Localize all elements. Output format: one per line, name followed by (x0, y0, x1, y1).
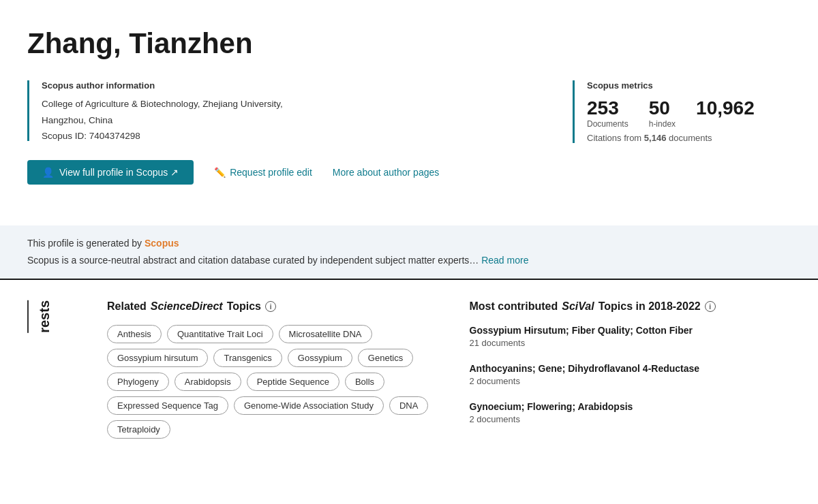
tags-container: AnthesisQuantitative Trait LociMicrosate… (107, 325, 429, 439)
documents-label: Documents (587, 119, 628, 129)
citations-note: Citations from 5,146 documents (587, 133, 791, 143)
person-icon: 👤 (42, 167, 54, 178)
topic-tag[interactable]: Peptide Sequence (247, 373, 339, 391)
actions-row: 👤 View full profile in Scopus ↗ ✏️ Reque… (27, 160, 791, 205)
topic-tag[interactable]: Microsatellite DNA (279, 325, 372, 343)
most-contributed-info-icon[interactable]: i (705, 301, 716, 312)
topic-tag[interactable]: DNA (389, 396, 428, 415)
request-edit-button[interactable]: ✏️ Request profile edit (214, 167, 312, 178)
scopus-author-info-block: Scopus author information College of Agr… (27, 80, 532, 141)
topic-tag[interactable]: Arabidopsis (175, 373, 241, 391)
scival-doc-count: 2 documents (470, 414, 791, 424)
view-scopus-button[interactable]: 👤 View full profile in Scopus ↗ (27, 160, 194, 185)
nav-label: rests (27, 300, 52, 333)
scival-doc-count: 21 documents (470, 338, 791, 348)
topic-tag[interactable]: Gossypium (288, 349, 352, 367)
scopus-metrics-block: Scopus metrics 253 Documents 50 h-index … (573, 80, 791, 143)
topic-tag[interactable]: Genome-Wide Association Study (234, 396, 384, 415)
related-topics-info-icon[interactable]: i (265, 301, 276, 312)
author-name: Zhang, Tianzhen (27, 27, 791, 60)
topic-tag[interactable]: Phylogeny (107, 373, 169, 391)
banner-generated-text: This profile is generated by Scopus (27, 236, 791, 251)
scopus-metrics-heading: Scopus metrics (587, 80, 791, 91)
scival-topic-title[interactable]: Gossypium Hirsutum; Fiber Quality; Cotto… (470, 325, 791, 336)
topic-tag[interactable]: Anthesis (107, 325, 162, 343)
edit-icon: ✏️ (214, 167, 226, 178)
topic-tag[interactable]: Transgenics (213, 349, 282, 367)
topic-tag[interactable]: Genetics (358, 349, 413, 367)
citations-value: 10,962 (696, 97, 755, 119)
scopus-author-info-heading: Scopus author information (42, 80, 532, 91)
left-nav-section: rests (27, 300, 66, 333)
scival-topic-item: Anthocyanins; Gene; Dihydroflavanol 4-Re… (470, 363, 791, 386)
topic-tag[interactable]: Bolls (345, 373, 384, 391)
author-affiliation-line2: Hangzhou, China (42, 114, 532, 127)
related-topics-heading: Related ScienceDirect Topics i (107, 300, 429, 313)
author-scopus-id: Scopus ID: 7404374298 (42, 131, 532, 141)
topic-tag[interactable]: Expressed Sequence Tag (107, 396, 228, 415)
banner-description: Scopus is a source-neutral abstract and … (27, 253, 791, 268)
author-affiliation-line1: College of Agriculture & Biotechnology, … (42, 97, 532, 111)
h-index-value: 50 (649, 97, 676, 119)
scival-topic-item: Gynoecium; Flowering; Arabidopsis2 docum… (470, 401, 791, 424)
topic-tag[interactable]: Quantitative Trait Loci (167, 325, 273, 343)
related-topics-column: Related ScienceDirect Topics i AnthesisQ… (107, 300, 429, 439)
scival-topics-list: Gossypium Hirsutum; Fiber Quality; Cotto… (470, 325, 791, 424)
scival-doc-count: 2 documents (470, 376, 791, 386)
topic-tag[interactable]: Gossypium hirsutum (107, 349, 208, 367)
scival-topic-item: Gossypium Hirsutum; Fiber Quality; Cotto… (470, 325, 791, 348)
read-more-link[interactable]: Read more (481, 255, 528, 266)
h-index-label: h-index (649, 119, 676, 129)
scopus-brand-link[interactable]: Scopus (145, 238, 179, 249)
scival-topic-title[interactable]: Anthocyanins; Gene; Dihydroflavanol 4-Re… (470, 363, 791, 374)
documents-value: 253 (587, 97, 628, 119)
more-author-pages-link[interactable]: More about author pages (333, 167, 439, 178)
topic-tag[interactable]: Tetraploidy (107, 420, 170, 439)
scopus-banner: This profile is generated by Scopus Scop… (0, 225, 818, 279)
topics-section: rests Related ScienceDirect Topics i Ant… (27, 280, 791, 460)
most-contributed-heading: Most contributed SciVal Topics in 2018-2… (470, 300, 791, 313)
scival-topic-title[interactable]: Gynoecium; Flowering; Arabidopsis (470, 401, 791, 412)
most-contributed-column: Most contributed SciVal Topics in 2018-2… (470, 300, 791, 439)
